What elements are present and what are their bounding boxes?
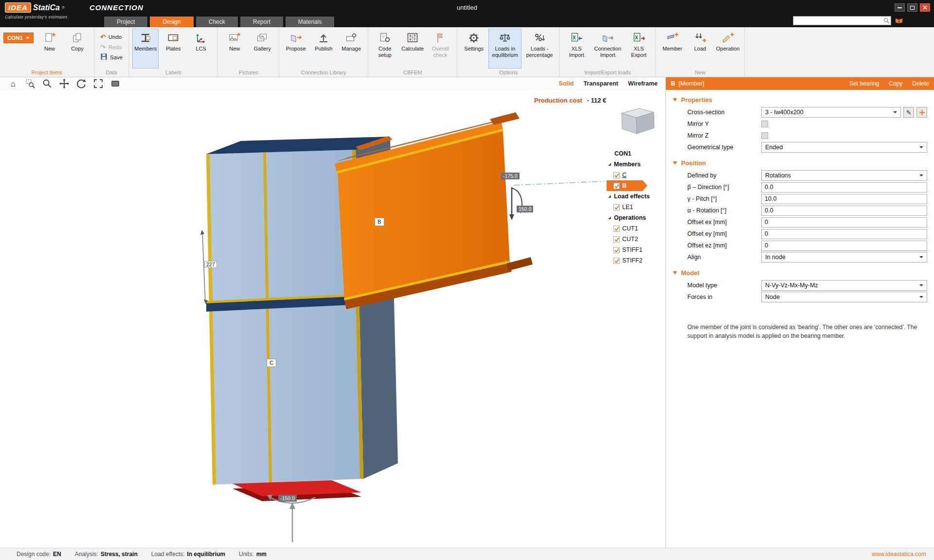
home-view-icon[interactable]: ⌂ [8, 78, 18, 89]
redo-button[interactable]: ↷ Redo [98, 42, 125, 52]
member-label-c[interactable]: C [267, 359, 276, 367]
checkbox-checked-icon[interactable] [613, 204, 620, 210]
new-operation-button[interactable]: Operation [715, 29, 741, 69]
minimize-button[interactable] [895, 3, 905, 12]
member-label-b[interactable]: B [375, 218, 384, 226]
undo-button[interactable]: ↶ Undo [98, 32, 125, 41]
offset-ey-field[interactable] [761, 229, 927, 239]
mode-transparent[interactable]: Transparent [583, 80, 618, 87]
overall-check-button[interactable]: Overall check [427, 29, 453, 69]
3d-model[interactable] [0, 90, 665, 548]
lcs-labels-button[interactable]: LCS [188, 29, 214, 69]
search-input[interactable] [793, 18, 882, 24]
zoom-window-icon[interactable] [25, 78, 36, 89]
connection-import-button[interactable]: Connection Import [591, 29, 624, 69]
geometrical-type-row: Geometrical type Ended [666, 141, 934, 153]
mirror-y-checkbox[interactable] [761, 121, 768, 127]
publish-button[interactable]: Publish [310, 29, 337, 69]
delete-member-button[interactable]: Delete [912, 80, 929, 87]
model-canvas[interactable]: Production cost - 112 € B C -175.0 150.0… [0, 90, 665, 548]
zoom-icon[interactable] [42, 78, 53, 89]
section-model[interactable]: Model [666, 266, 934, 280]
website-link[interactable]: www.ideastatica.com [872, 551, 926, 558]
orientation-cube[interactable] [611, 104, 660, 140]
add-cross-section-button[interactable] [916, 107, 927, 118]
maximize-button[interactable] [907, 3, 917, 12]
plates-labels-button[interactable]: Plates [160, 29, 186, 69]
save-button[interactable]: Save [98, 52, 125, 62]
ribbon-group-data: ↶ Undo ↷ Redo Save Data [94, 27, 129, 77]
new-load-button[interactable]: Load [687, 29, 713, 69]
tree-item-cut2[interactable]: CUT2 [607, 234, 665, 245]
xls-import-button[interactable]: XLS Import [563, 29, 590, 69]
tree-root-con1[interactable]: CON1 [607, 148, 665, 159]
loads-in-equilibrium-button[interactable]: Loads in equilibrium [488, 29, 521, 69]
base-plate[interactable] [233, 480, 361, 501]
tree-group-members[interactable]: Members [607, 159, 665, 170]
mirror-z-checkbox[interactable] [761, 132, 768, 139]
close-button[interactable] [920, 3, 930, 12]
checkbox-checked-icon[interactable] [613, 226, 620, 232]
checkbox-checked-icon[interactable] [613, 183, 620, 189]
tree-group-operations[interactable]: Operations [607, 212, 665, 223]
gallery-button[interactable]: Gallery [249, 29, 275, 69]
mode-solid[interactable]: Solid [559, 80, 574, 87]
tab-project[interactable]: Project [104, 17, 147, 27]
rotate-view-icon[interactable] [76, 78, 87, 89]
xls-export-button[interactable]: XLS Export [626, 29, 652, 69]
checkbox-checked-icon[interactable] [613, 236, 620, 243]
align-dropdown[interactable]: In node [761, 252, 927, 262]
copy-member-button[interactable]: Copy [889, 80, 902, 87]
manage-button[interactable]: Manage [338, 29, 364, 69]
tree-item-b-selected[interactable]: B [607, 180, 647, 191]
loads-percentage-button[interactable]: Loads - percentage [523, 29, 556, 69]
settings-button[interactable]: Settings [461, 29, 487, 69]
tree-item-cut1[interactable]: CUT1 [607, 223, 665, 234]
offset-ex-field[interactable] [761, 217, 927, 228]
members-labels-button[interactable]: Members [132, 29, 159, 69]
cross-section-dropdown[interactable]: 3 - Iw400x200 [761, 107, 901, 118]
mode-wireframe[interactable]: Wireframe [628, 80, 658, 87]
tree-group-load-effects[interactable]: Load effects [607, 191, 665, 202]
pan-icon[interactable] [59, 78, 70, 89]
tab-report[interactable]: Report [240, 17, 283, 27]
beta-direction-field[interactable] [761, 182, 927, 192]
new-project-item-button[interactable]: New [36, 29, 63, 69]
gamma-pitch-field[interactable] [761, 194, 927, 204]
geometrical-type-dropdown[interactable]: Ended [761, 142, 927, 153]
forces-in-dropdown[interactable]: Node [761, 292, 927, 302]
calculate-button[interactable]: Calculate [399, 29, 426, 69]
code-setup-button[interactable]: Code setup [372, 29, 398, 69]
new-picture-button[interactable]: New [221, 29, 248, 69]
analysis-label: Analysis: [75, 551, 98, 558]
section-properties[interactable]: Properties [666, 93, 934, 106]
checkbox-checked-icon[interactable] [613, 258, 620, 264]
checkbox-checked-icon[interactable] [613, 247, 620, 253]
help-book-icon[interactable] [895, 17, 903, 26]
zoom-fit-icon[interactable] [93, 78, 104, 89]
project-item-selector[interactable]: CON1 [3, 33, 34, 43]
model-type-dropdown[interactable]: N-Vy-Vz-Mx-My-Mz [761, 280, 927, 291]
defined-by-dropdown[interactable]: Rotations [761, 170, 927, 181]
tree-item-stiff2[interactable]: STIFF2 [607, 255, 665, 266]
search-icon[interactable] [882, 18, 891, 24]
section-position[interactable]: Position [666, 156, 934, 170]
tree-item-le1[interactable]: LE1 [607, 202, 665, 212]
units-value: mm [256, 551, 267, 558]
checkbox-checked-icon[interactable] [613, 172, 620, 178]
dimension-rotation-top: -175.0 [501, 173, 520, 179]
view-appearance-icon[interactable] [110, 78, 121, 89]
copy-project-item-button[interactable]: Copy [64, 29, 90, 69]
tab-check[interactable]: Check [196, 17, 238, 27]
set-bearing-button[interactable]: Set bearing [849, 80, 879, 87]
tab-materials[interactable]: Materials [286, 17, 335, 27]
expander-icon [608, 194, 611, 198]
offset-ez-field[interactable] [761, 241, 927, 251]
edit-cross-section-button[interactable]: ✎ [903, 107, 914, 118]
tab-design[interactable]: Design [150, 17, 193, 27]
new-member-button[interactable]: Member [659, 29, 685, 69]
tree-item-stiff1[interactable]: STIFF1 [607, 245, 665, 255]
propose-button[interactable]: Propose [283, 29, 309, 69]
tree-item-c[interactable]: C [607, 170, 665, 180]
alpha-rotation-field[interactable] [761, 206, 927, 216]
